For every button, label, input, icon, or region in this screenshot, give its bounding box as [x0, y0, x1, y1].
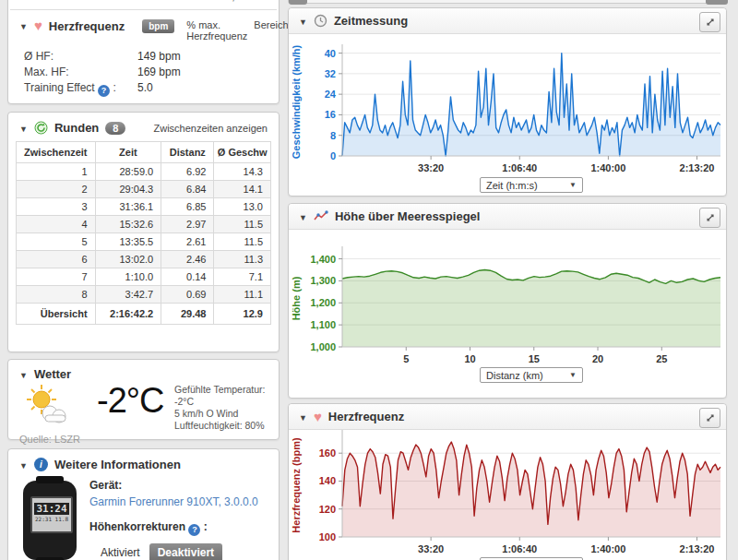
expand-button[interactable]	[699, 408, 720, 428]
col-split: Zwischenzeit	[17, 142, 96, 163]
svg-text:1:06:40: 1:06:40	[502, 543, 537, 554]
svg-text:10: 10	[464, 353, 475, 364]
lap-row[interactable]: 229:04.36.8414.1	[17, 181, 271, 198]
svg-text:2:13:20: 2:13:20	[680, 543, 715, 554]
training-effect-value: 5.0	[137, 81, 153, 94]
svg-text:1:06:40: 1:06:40	[502, 162, 537, 173]
lap-cell: 2.97	[161, 216, 214, 233]
lap-cell: 13:35.5	[95, 233, 161, 251]
heart-rate-panel: Max. Höhe: 1,363 m ▼ ♥ Herzfrequenz bpm …	[7, 0, 280, 104]
svg-text:16: 16	[325, 109, 336, 120]
laps-refresh-icon	[34, 121, 48, 135]
svg-text:Herzfrequenz (bpm): Herzfrequenz (bpm)	[291, 437, 302, 533]
heart-rate-chart-panel: ▼ ♥ Herzfrequenz 10012014016033:201:06:4…	[288, 403, 727, 560]
lap-count-badge: 8	[105, 122, 125, 135]
avg-hr-row: Ø HF: 149 bpm	[8, 50, 279, 66]
help-icon[interactable]: ?	[98, 85, 110, 97]
elevation-corrections-enable-button[interactable]: Aktiviert	[101, 546, 140, 559]
svg-text:15: 15	[529, 353, 540, 364]
lap-row[interactable]: 613:02.02.4611.3	[17, 251, 271, 268]
lap-cell: 0.14	[161, 268, 214, 286]
unit-tab-percent-max[interactable]: % max. Herzfrequenz	[186, 19, 247, 42]
lap-row[interactable]: 331:36.16.8513.0	[17, 198, 271, 216]
collapse-icon[interactable]: ▼	[19, 22, 28, 31]
device-link[interactable]: Garmin Forerunner 910XT	[89, 495, 218, 508]
lap-row[interactable]: 128:59.06.9214.3	[17, 163, 271, 181]
lap-cell: 7	[17, 268, 96, 286]
lap-cell: 3	[17, 198, 96, 216]
elevation-corrections-label: Höhenkorrekturen	[89, 520, 185, 533]
collapse-icon[interactable]: ▼	[19, 461, 28, 471]
max-hr-value: 169 bpm	[137, 66, 181, 78]
device-image: 31:24 22:31 11.8	[23, 481, 77, 560]
weather-details: Gefühlte Temperatur: -2°C 5 km/h O Wind …	[174, 384, 276, 432]
weather-source: Quelle: LSZR	[8, 431, 279, 445]
chevron-down-icon: ▼	[569, 371, 577, 379]
avg-hr-value: 149 bpm	[137, 50, 181, 63]
svg-text:0: 0	[330, 150, 336, 161]
lap-cell: 6.85	[161, 198, 214, 216]
lap-cell: 11.5	[214, 233, 271, 251]
lap-row[interactable]: 83:42.70.6911.1	[17, 286, 271, 304]
expand-button[interactable]	[699, 12, 720, 32]
lap-table-body: 128:59.06.9214.3229:04.36.8414.1331:36.1…	[17, 163, 271, 325]
svg-text:100: 100	[319, 531, 336, 542]
svg-text:8: 8	[330, 130, 336, 141]
timing-chart-panel: ▼ Zeitmessung 081624324033:201:06:401:40…	[288, 7, 727, 197]
help-icon[interactable]: ?	[188, 524, 200, 536]
heart-rate-chart[interactable]: 10012014016033:201:06:401:40:002:13:20He…	[289, 430, 726, 560]
svg-text:20: 20	[592, 353, 603, 364]
clipped-panel-above	[288, 0, 727, 4]
elevation-chart[interactable]: 1,0001,1001,2001,3001,400510152025Höhe (…	[289, 230, 726, 374]
lap-cell: 13.0	[214, 198, 271, 216]
svg-text:140: 140	[319, 475, 336, 486]
lap-summary-cell: Übersicht	[17, 304, 96, 325]
collapse-icon[interactable]: ▼	[299, 213, 307, 222]
lap-cell: 3:42.7	[95, 286, 161, 304]
expand-icon	[705, 212, 716, 223]
show-splits-link[interactable]: Zwischenzeiten anzeigen	[153, 123, 268, 134]
elevation-chart-icon	[314, 210, 328, 222]
lap-cell: 6.84	[161, 181, 214, 198]
col-time: Zeit	[95, 142, 161, 163]
weather-title: Wetter	[34, 367, 71, 381]
lap-summary-cell: 2:16:42.2	[95, 304, 161, 325]
svg-text:40: 40	[325, 48, 336, 59]
collapse-icon[interactable]: ▼	[19, 125, 28, 134]
speed-x-axis-select[interactable]: Zeit (h:m:s) ▼	[480, 177, 583, 193]
col-avg-speed: Ø Geschw	[214, 142, 271, 163]
elevation-corrections-suffix: :	[200, 520, 207, 533]
heart-icon: ♥	[314, 411, 322, 423]
collapse-icon[interactable]: ▼	[19, 371, 28, 380]
speed-chart[interactable]: 081624324033:201:06:401:40:002:13:20Gesc…	[289, 34, 726, 185]
lap-cell: 4	[17, 216, 96, 233]
elevation-x-axis-select[interactable]: Distanz (km) ▼	[480, 367, 583, 383]
lap-row[interactable]: 71:10.00.147.1	[17, 268, 271, 286]
collapse-icon[interactable]: ▼	[299, 413, 307, 423]
expand-button[interactable]	[699, 208, 720, 228]
device-label: Gerät:	[89, 479, 258, 492]
svg-text:24: 24	[325, 89, 337, 100]
laps-title: Runden	[54, 121, 99, 135]
svg-text:1,200: 1,200	[310, 297, 336, 308]
lap-cell: 28:59.0	[95, 163, 161, 181]
svg-text:1,400: 1,400	[310, 254, 336, 265]
unit-tab-bpm[interactable]: bpm	[142, 19, 174, 33]
elevation-corrections-disable-button[interactable]: Deaktiviert	[149, 543, 222, 560]
lap-table-header: Zwischenzeit Zeit Distanz Ø Geschw	[17, 142, 271, 163]
elevation-chart-panel: ▼ Höhe über Meeresspiegel 1,0001,1001,20…	[288, 203, 727, 399]
lap-row[interactable]: 415:32.62.9711.5	[17, 216, 271, 233]
temperature-value: -2°C	[97, 381, 163, 421]
lap-cell: 2.61	[161, 233, 214, 251]
heart-rate-title: Herzfrequenz	[49, 19, 125, 33]
training-effect-row: Training Effect ? : 5.0	[8, 81, 279, 97]
lap-cell: 6	[17, 251, 96, 268]
lap-cell: 0.69	[161, 286, 214, 304]
avg-hr-label: Ø HF:	[24, 50, 54, 63]
svg-text:Geschwindigkeit (km/h): Geschwindigkeit (km/h)	[291, 44, 302, 159]
lap-row[interactable]: 513:35.52.6111.5	[17, 233, 271, 251]
clipped-button-right	[706, 0, 728, 5]
svg-text:25: 25	[656, 353, 667, 364]
collapse-icon[interactable]: ▼	[299, 18, 307, 27]
max-elevation-value: 1,363 m	[226, 0, 266, 3]
